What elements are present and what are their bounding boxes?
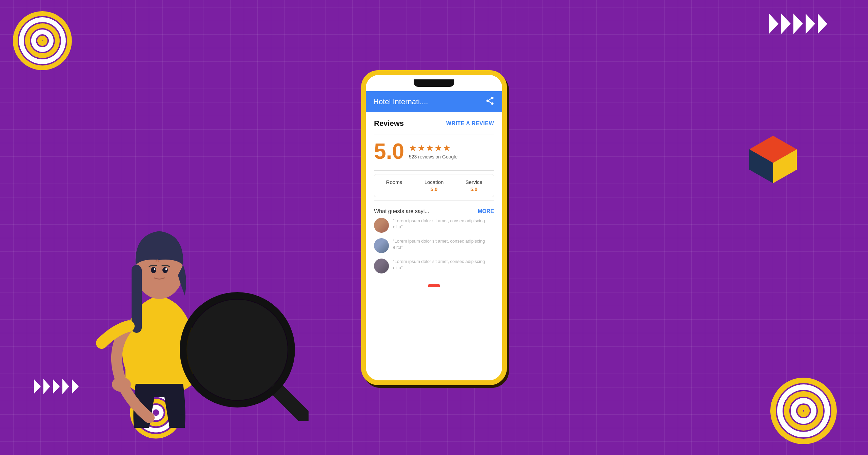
- avatar-2: [374, 238, 389, 253]
- more-button[interactable]: MORE: [478, 208, 494, 214]
- phone-notch: [414, 79, 454, 87]
- phone-frame: Hotel Internati.... Reviews WRITE: [361, 70, 507, 385]
- overall-rating-block: 5.0 ★★★★★ 523 reviews on Google: [374, 137, 494, 168]
- avatar-1: [374, 218, 389, 233]
- svg-point-16: [487, 99, 489, 102]
- divider-bottom: [374, 201, 494, 201]
- overall-rating-number: 5.0: [374, 140, 404, 162]
- star-rating: ★★★★★: [409, 143, 457, 153]
- review-count: 523 reviews on Google: [409, 154, 457, 159]
- category-service: Service 5.0: [454, 174, 494, 197]
- review-text-3: "Lorem ipsum dolor sit amet, consec adip…: [393, 259, 494, 271]
- review-item-2: "Lorem ipsum dolor sit amet, consec adip…: [374, 238, 494, 253]
- category-service-score: 5.0: [457, 186, 490, 192]
- reviews-section-header: Reviews WRITE A REVIEW: [374, 112, 494, 131]
- review-item-3: "Lorem ipsum dolor sit amet, consec adip…: [374, 259, 494, 273]
- divider-top: [374, 134, 494, 134]
- svg-point-17: [491, 102, 494, 105]
- guests-section-title: What guests are sayi...: [374, 208, 429, 214]
- reviews-section-title: Reviews: [374, 119, 404, 128]
- category-location: Location 5.0: [414, 174, 454, 197]
- review-text-1: "Lorem ipsum dolor sit amet, consec adip…: [393, 218, 494, 230]
- category-rooms-label: Rooms: [378, 179, 411, 185]
- svg-line-19: [489, 98, 491, 100]
- hotel-title: Hotel Internati....: [373, 97, 428, 106]
- reviews-content: Reviews WRITE A REVIEW 5.0 ★★★★★ 523 rev…: [366, 112, 502, 297]
- phone-screen: Hotel Internati.... Reviews WRITE: [366, 75, 502, 380]
- share-icon[interactable]: [485, 96, 495, 108]
- category-rooms: Rooms: [374, 174, 414, 197]
- phone-notch-area: [366, 75, 502, 91]
- guests-section-header: What guests are sayi... MORE: [374, 204, 494, 218]
- svg-line-18: [489, 101, 491, 103]
- category-service-label: Service: [457, 179, 490, 185]
- divider-mid: [374, 170, 494, 171]
- more-indicator: [374, 279, 494, 288]
- review-text-2: "Lorem ipsum dolor sit amet, consec adip…: [393, 238, 494, 250]
- write-review-button[interactable]: WRITE A REVIEW: [446, 120, 494, 127]
- rating-details: ★★★★★ 523 reviews on Google: [409, 143, 457, 159]
- phone-device: Hotel Internati.... Reviews WRITE: [361, 70, 507, 385]
- more-dot-indicator: [428, 284, 440, 287]
- category-location-score: 5.0: [418, 186, 451, 192]
- category-location-label: Location: [418, 179, 451, 185]
- svg-point-15: [491, 97, 494, 99]
- avatar-3: [374, 259, 389, 273]
- review-item-1: "Lorem ipsum dolor sit amet, consec adip…: [374, 218, 494, 233]
- category-ratings-block: Rooms Location 5.0 Service 5.0: [374, 174, 494, 197]
- maps-app-header: Hotel Internati....: [366, 91, 502, 112]
